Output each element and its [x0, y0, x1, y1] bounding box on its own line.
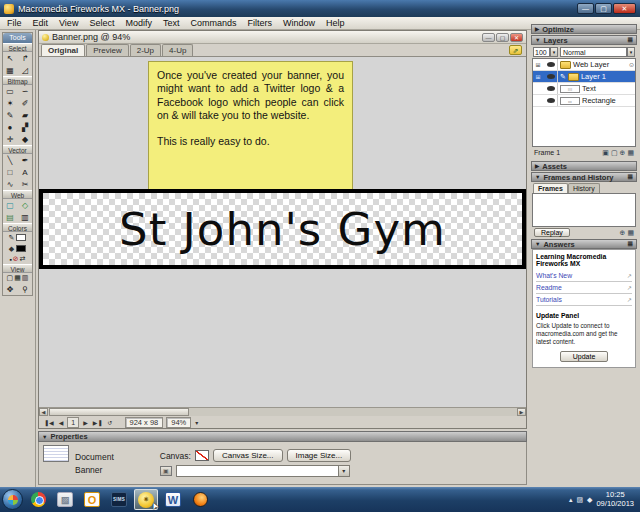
link-label[interactable]: What's New [536, 272, 572, 279]
taskbar-firefox[interactable] [188, 489, 212, 510]
rectangle-hotspot-tool[interactable]: ▢ [3, 199, 18, 211]
canvas-size-button[interactable]: Canvas Size... [213, 449, 283, 462]
zoom-dropdown-icon[interactable]: ▾ [194, 419, 199, 426]
canvas-pasteboard[interactable]: Once you've created your banner, you mig… [39, 57, 526, 407]
full-screen-mode-button[interactable]: ▥ [22, 274, 29, 282]
blur-tool[interactable]: ● [3, 121, 18, 133]
fill-color-well[interactable]: ◆ [3, 243, 32, 254]
collapsed-arrow-icon[interactable]: ▶ [535, 163, 539, 169]
visibility-toggle[interactable] [544, 59, 558, 70]
tab-4up[interactable]: 4-Up [162, 44, 193, 56]
layer-opacity-value[interactable]: 100 [533, 47, 550, 57]
panel-menu-icon[interactable]: ≣ [627, 240, 633, 248]
object-label[interactable]: Text [582, 84, 596, 93]
polygon-slice-tool[interactable]: ◇ [18, 199, 33, 211]
default-colors-button[interactable]: ▪ [9, 256, 11, 263]
stroke-color-swatch[interactable] [16, 234, 26, 241]
horizontal-scrollbar[interactable]: ◀ ▶ [39, 407, 526, 416]
menu-select[interactable]: Select [89, 18, 114, 28]
quick-export-icon[interactable]: ⇗ [509, 45, 522, 55]
play-button[interactable]: ▶ [82, 419, 89, 426]
expand-toggle-icon[interactable]: ⊞ [534, 61, 542, 68]
layer-label[interactable]: Layer 1 [581, 72, 606, 81]
menu-filters[interactable]: Filters [247, 18, 272, 28]
link-label[interactable]: Tutorials [536, 296, 562, 303]
object-label[interactable]: Rectangle [582, 96, 616, 105]
new-layer-icon[interactable]: ⊕ [620, 149, 626, 157]
zoom-tool[interactable]: ⚲ [18, 283, 33, 295]
tab-frames[interactable]: Frames [533, 183, 568, 193]
swap-colors-button[interactable]: ⇄ [20, 255, 26, 263]
menu-commands[interactable]: Commands [190, 18, 236, 28]
text-tool[interactable]: A [18, 166, 33, 178]
update-button[interactable]: Update [560, 351, 609, 362]
slice-tool[interactable]: ▤ [3, 211, 18, 223]
lasso-tool[interactable]: ∽ [18, 85, 33, 97]
pencil-tool[interactable]: ✎ [3, 109, 18, 121]
dropdown-arrow-icon[interactable]: ▾ [338, 465, 350, 477]
opacity-dropdown-icon[interactable]: ▾ [550, 47, 558, 57]
taskbar-clock[interactable]: 10:25 09/10/2013 [596, 491, 634, 508]
doc-restore-button[interactable]: ▢ [496, 33, 509, 42]
expanded-arrow-icon[interactable]: ▼ [535, 37, 540, 43]
tab-original[interactable]: Original [41, 44, 85, 56]
visibility-toggle[interactable] [544, 71, 558, 82]
rectangle-tool[interactable]: □ [3, 166, 18, 178]
scroll-right-icon[interactable]: ▶ [517, 408, 526, 416]
freeform-tool[interactable]: ∿ [3, 178, 18, 190]
banner-canvas[interactable]: St John's Gym [39, 189, 526, 269]
history-list[interactable] [532, 193, 636, 227]
answers-panel-header[interactable]: ▼ Answers ≣ [531, 239, 637, 249]
menu-modify[interactable]: Modify [125, 18, 152, 28]
pointer-tool[interactable]: ↖ [3, 52, 18, 64]
tab-preview[interactable]: Preview [86, 44, 128, 56]
standard-screen-mode-button[interactable]: ▢ [7, 274, 14, 282]
close-button[interactable]: ✕ [613, 3, 636, 14]
delete-steps-icon[interactable]: ▦ [627, 229, 634, 237]
taskbar-photo-viewer[interactable]: ▨ [53, 489, 77, 510]
collapsed-arrow-icon[interactable]: ▶ [535, 26, 539, 32]
properties-header[interactable]: ▼ Properties [38, 431, 527, 442]
link-tutorials[interactable]: Tutorials ↗ [536, 294, 632, 306]
zoom-level-indicator[interactable]: 94% [166, 417, 191, 428]
visibility-toggle[interactable] [544, 83, 558, 94]
menu-view[interactable]: View [59, 18, 78, 28]
taskbar-sims[interactable]: SIMS [107, 489, 131, 510]
new-bitmap-icon[interactable]: ▣ [602, 149, 609, 157]
layer-row-web-layer[interactable]: ⊞ Web Layer ⊙ [533, 59, 635, 71]
knife-tool[interactable]: ✂ [18, 178, 33, 190]
first-frame-button[interactable]: ❚◀ [43, 419, 55, 426]
sticky-note[interactable]: Once you've created your banner, you mig… [148, 61, 353, 190]
tray-icon-a[interactable]: ▨ [576, 496, 583, 504]
frames-history-panel-header[interactable]: ▼ Frames and History ≣ [531, 172, 637, 182]
fill-color-swatch[interactable] [16, 245, 26, 252]
menu-help[interactable]: Help [326, 18, 345, 28]
tools-panel-title[interactable]: Tools [3, 33, 32, 43]
panel-menu-icon[interactable]: ≣ [627, 36, 633, 44]
export-area-tool[interactable]: ▦ [3, 64, 18, 76]
menu-window[interactable]: Window [283, 18, 315, 28]
paint-bucket-tool[interactable]: ◆ [18, 133, 33, 145]
panel-menu-icon[interactable]: ≣ [627, 173, 633, 181]
loop-button[interactable]: ↺ [106, 419, 113, 426]
taskbar-outlook[interactable]: O [80, 489, 104, 510]
brush-tool[interactable]: ✐ [18, 97, 33, 109]
tab-history[interactable]: History [568, 183, 600, 193]
hand-tool[interactable]: ✥ [3, 283, 18, 295]
assets-panel-header[interactable]: ▶ Assets [531, 161, 637, 171]
optimize-panel-header[interactable]: ▶ Optimize [531, 24, 637, 34]
tray-up-icon[interactable]: ▴ [569, 496, 573, 504]
eyedropper-tool[interactable]: ✛ [3, 133, 18, 145]
collapse-arrow-icon[interactable]: ▼ [42, 434, 47, 440]
doc-close-button[interactable]: ✕ [510, 33, 523, 42]
menu-file[interactable]: File [7, 18, 22, 28]
line-tool[interactable]: ╲ [3, 154, 18, 166]
previous-frame-button[interactable]: ◀ [58, 419, 65, 426]
taskbar-chrome[interactable] [26, 489, 50, 510]
image-size-button[interactable]: Image Size... [287, 449, 352, 462]
export-settings-dropdown[interactable]: ▾ [176, 465, 350, 477]
taskbar-fireworks-active[interactable]: ✷ ➤ [134, 489, 158, 510]
full-screen-menu-mode-button[interactable]: ▦ [14, 274, 21, 282]
scrollbar-thumb[interactable] [49, 408, 189, 416]
object-row-text[interactable]: ≡≡ Text [533, 83, 635, 95]
